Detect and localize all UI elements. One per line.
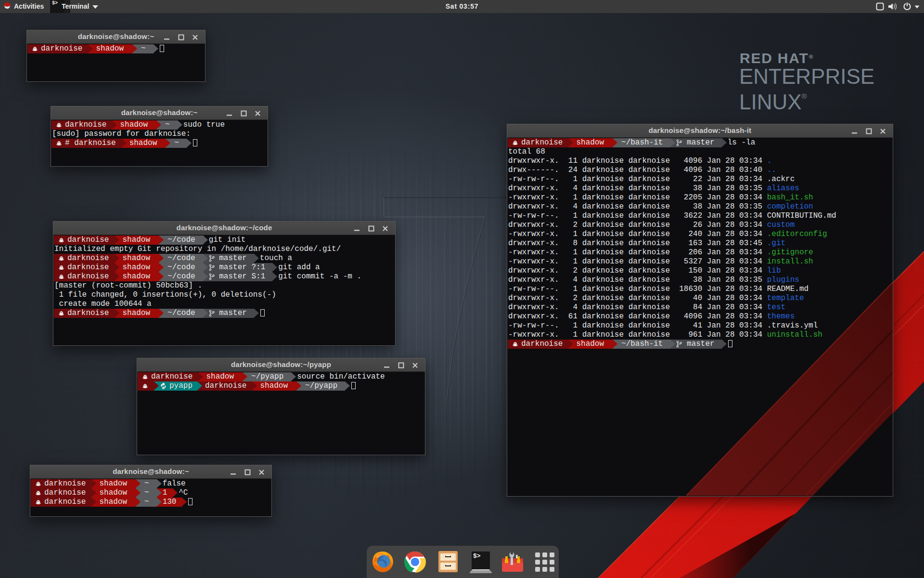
svg-text:$>: $> (473, 552, 481, 560)
